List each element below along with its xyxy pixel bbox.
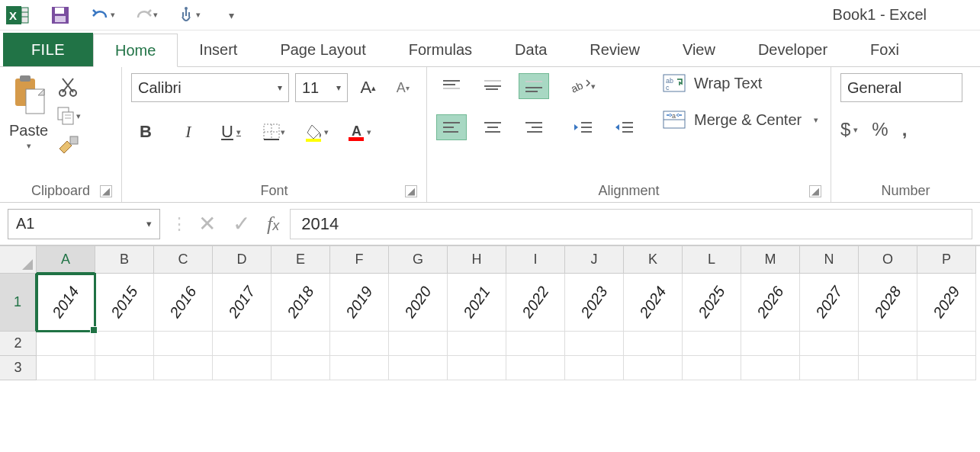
formula-input[interactable]: 2014 — [290, 209, 972, 239]
select-all-corner[interactable] — [0, 246, 37, 274]
format-painter-button[interactable] — [56, 134, 82, 155]
tab-page-layout[interactable]: Page Layout — [259, 33, 387, 66]
cell[interactable] — [95, 332, 154, 356]
customize-qat-button[interactable]: ▾ — [218, 2, 244, 28]
cell[interactable] — [213, 356, 272, 380]
alignment-dialog-launcher[interactable]: ◢ — [809, 185, 821, 197]
cell[interactable]: 2026 — [741, 274, 800, 332]
enter-formula-button[interactable]: ✓ — [233, 211, 250, 236]
number-format-combo[interactable]: General — [840, 73, 962, 102]
cell[interactable]: 2018 — [272, 274, 330, 332]
cell[interactable] — [389, 356, 448, 380]
cell[interactable] — [330, 332, 389, 356]
wrap-text-button[interactable]: abc Wrap Text — [662, 73, 818, 93]
italic-button[interactable]: I — [174, 117, 203, 146]
cell[interactable] — [859, 332, 917, 356]
increase-indent-button[interactable] — [609, 114, 639, 140]
column-header[interactable]: J — [565, 246, 624, 274]
font-color-button[interactable]: A▾ — [345, 117, 374, 146]
cell[interactable] — [95, 356, 154, 380]
align-center-button[interactable] — [477, 114, 508, 140]
decrease-indent-button[interactable] — [567, 114, 598, 140]
row-header[interactable]: 2 — [0, 332, 37, 356]
cell[interactable] — [917, 332, 976, 356]
cell[interactable]: 2020 — [389, 274, 448, 332]
cell[interactable] — [683, 332, 741, 356]
clipboard-dialog-launcher[interactable]: ◢ — [100, 185, 112, 197]
accounting-format-button[interactable]: $▾ — [840, 119, 858, 140]
cell[interactable] — [448, 332, 506, 356]
fill-color-button[interactable]: ▾ — [302, 117, 331, 146]
row-header[interactable]: 1 — [0, 274, 37, 332]
tab-formulas[interactable]: Formulas — [387, 33, 493, 66]
cell[interactable]: 2015 — [95, 274, 154, 332]
borders-button[interactable]: ▾ — [259, 117, 288, 146]
paste-button[interactable] — [10, 73, 48, 119]
bold-button[interactable]: B — [131, 117, 160, 146]
cell[interactable] — [800, 356, 859, 380]
worksheet-grid[interactable]: ABCDEFGHIJKLMNOP 12014201520162017201820… — [0, 245, 980, 380]
tab-developer[interactable]: Developer — [737, 33, 849, 66]
row-header[interactable]: 3 — [0, 356, 37, 380]
cell[interactable] — [565, 332, 624, 356]
column-header[interactable]: D — [213, 246, 272, 274]
column-header[interactable]: E — [272, 246, 330, 274]
fx-button[interactable]: fx — [267, 213, 279, 236]
align-right-button[interactable] — [519, 114, 549, 140]
cancel-formula-button[interactable]: ✕ — [198, 211, 216, 236]
orientation-button[interactable]: ab▾ — [567, 73, 598, 99]
percent-format-button[interactable]: % — [872, 119, 888, 140]
tab-foxit[interactable]: Foxi — [849, 33, 921, 66]
cell[interactable] — [272, 356, 330, 380]
column-header[interactable]: K — [624, 246, 683, 274]
paste-dropdown[interactable]: ▾ — [27, 141, 31, 151]
name-box[interactable]: A1▾ — [8, 209, 160, 239]
increase-font-button[interactable]: A▴ — [354, 73, 382, 102]
cell[interactable]: 2029 — [917, 274, 976, 332]
align-left-button[interactable] — [436, 114, 467, 140]
tab-view[interactable]: View — [661, 33, 737, 66]
touch-mode-button[interactable]: ▾ — [175, 2, 201, 28]
save-button[interactable] — [47, 2, 73, 28]
copy-button[interactable]: ▾ — [56, 105, 82, 127]
font-dialog-launcher[interactable]: ◢ — [405, 185, 417, 197]
tab-file[interactable]: FILE — [3, 33, 93, 66]
font-size-combo[interactable]: 11▾ — [295, 73, 348, 102]
tab-insert[interactable]: Insert — [178, 33, 259, 66]
column-header[interactable]: N — [800, 246, 859, 274]
cell[interactable] — [624, 356, 683, 380]
column-header[interactable]: H — [448, 246, 506, 274]
cell[interactable] — [389, 332, 448, 356]
tab-home[interactable]: Home — [93, 34, 178, 67]
decrease-font-button[interactable]: A▾ — [389, 73, 417, 102]
undo-button[interactable]: ▾ — [90, 2, 116, 28]
cell[interactable] — [272, 332, 330, 356]
cell[interactable]: 2024 — [624, 274, 683, 332]
column-header[interactable]: M — [741, 246, 800, 274]
cell[interactable] — [154, 332, 213, 356]
cell[interactable]: 2021 — [448, 274, 506, 332]
cell[interactable] — [213, 332, 272, 356]
merge-center-button[interactable]: a Merge & Center▾ — [662, 110, 818, 130]
align-top-button[interactable] — [436, 73, 467, 99]
cell[interactable]: 2017 — [213, 274, 272, 332]
redo-button[interactable]: ▾ — [133, 2, 159, 28]
cell[interactable] — [800, 332, 859, 356]
cell[interactable]: 2016 — [154, 274, 213, 332]
comma-format-button[interactable]: , — [902, 119, 908, 140]
cell[interactable] — [624, 332, 683, 356]
column-header[interactable]: I — [506, 246, 565, 274]
column-header[interactable]: L — [683, 246, 741, 274]
tab-data[interactable]: Data — [493, 33, 568, 66]
cell[interactable] — [741, 356, 800, 380]
cell[interactable] — [683, 356, 741, 380]
cell[interactable] — [917, 356, 976, 380]
column-header[interactable]: P — [917, 246, 976, 274]
column-header[interactable]: B — [95, 246, 154, 274]
cell[interactable] — [741, 332, 800, 356]
cell[interactable] — [330, 356, 389, 380]
align-middle-button[interactable] — [477, 73, 508, 99]
cell[interactable] — [154, 356, 213, 380]
cell[interactable]: 2014 — [37, 274, 95, 332]
cell[interactable] — [565, 356, 624, 380]
